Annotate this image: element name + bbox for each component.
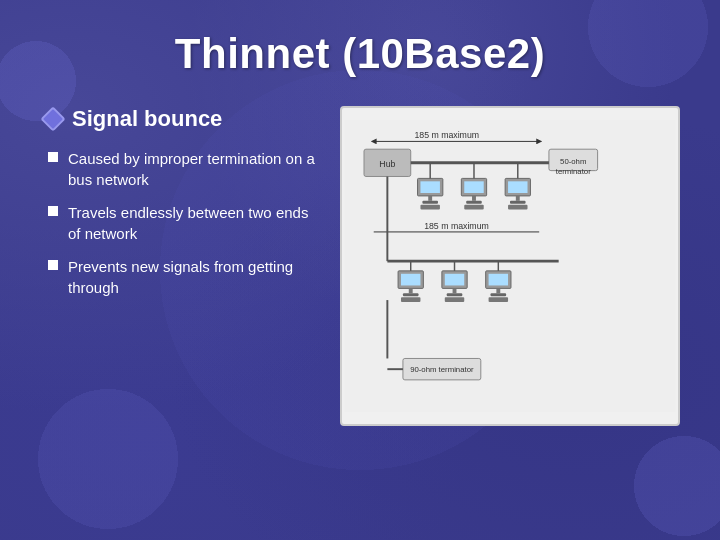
svg-rect-35: [447, 293, 463, 296]
list-item: Prevents new signals from getting throug…: [48, 256, 320, 298]
svg-rect-7: [420, 181, 439, 193]
svg-rect-38: [489, 274, 508, 286]
svg-rect-19: [510, 201, 526, 204]
label-middle: 185 m maximum: [424, 221, 489, 231]
hub-label: Hub: [379, 159, 395, 169]
svg-rect-13: [472, 196, 476, 201]
slide-title: Thinnet (10Base2): [40, 30, 680, 78]
bullet-text-1: Caused by improper termination on a bus …: [68, 148, 320, 190]
svg-rect-18: [516, 196, 520, 201]
terminator-top-label: 50-ohm: [560, 157, 586, 166]
list-item: Caused by improper termination on a bus …: [48, 148, 320, 190]
bullet-square-1: [48, 152, 58, 162]
svg-rect-14: [466, 201, 482, 204]
svg-rect-40: [491, 293, 507, 296]
svg-rect-39: [496, 288, 500, 293]
svg-rect-10: [420, 205, 439, 210]
svg-rect-9: [422, 201, 438, 204]
list-item: Travels endlessly between two ends of ne…: [48, 202, 320, 244]
svg-rect-20: [508, 205, 527, 210]
bullet-list: Caused by improper termination on a bus …: [40, 148, 320, 298]
content-area: Signal bounce Caused by improper termina…: [40, 106, 680, 426]
computer-6: [486, 271, 511, 302]
section-heading: Signal bounce: [72, 106, 222, 132]
svg-rect-12: [464, 181, 483, 193]
bullet-text-3: Prevents new signals from getting throug…: [68, 256, 320, 298]
svg-rect-30: [403, 293, 419, 296]
label-top: 185 m maximum: [414, 130, 479, 140]
svg-rect-8: [428, 196, 432, 201]
slide-container: Thinnet (10Base2) Signal bounce Caused b…: [0, 0, 720, 540]
computer-5: [442, 271, 467, 302]
bullet-square-2: [48, 206, 58, 216]
terminator-bottom-label: 90-ohm terminator: [410, 365, 474, 374]
computer-2: [461, 178, 486, 209]
section-header: Signal bounce: [40, 106, 320, 132]
svg-rect-41: [489, 297, 508, 302]
network-diagram-container: 185 m maximum Hub 50-ohm terminator: [340, 106, 680, 426]
network-diagram-svg: 185 m maximum Hub 50-ohm terminator: [340, 120, 680, 412]
svg-text:terminator: terminator: [556, 167, 591, 176]
bullet-square-3: [48, 260, 58, 270]
section-bullet-diamond: [40, 106, 65, 131]
svg-rect-17: [508, 181, 527, 193]
text-section: Signal bounce Caused by improper termina…: [40, 106, 320, 298]
svg-rect-33: [445, 274, 464, 286]
computer-1: [418, 178, 443, 209]
svg-rect-36: [445, 297, 464, 302]
computer-3: [505, 178, 530, 209]
svg-rect-34: [453, 288, 457, 293]
computer-4: [398, 271, 423, 302]
svg-rect-15: [464, 205, 483, 210]
svg-rect-29: [409, 288, 413, 293]
svg-rect-31: [401, 297, 420, 302]
svg-rect-28: [401, 274, 420, 286]
bullet-text-2: Travels endlessly between two ends of ne…: [68, 202, 320, 244]
